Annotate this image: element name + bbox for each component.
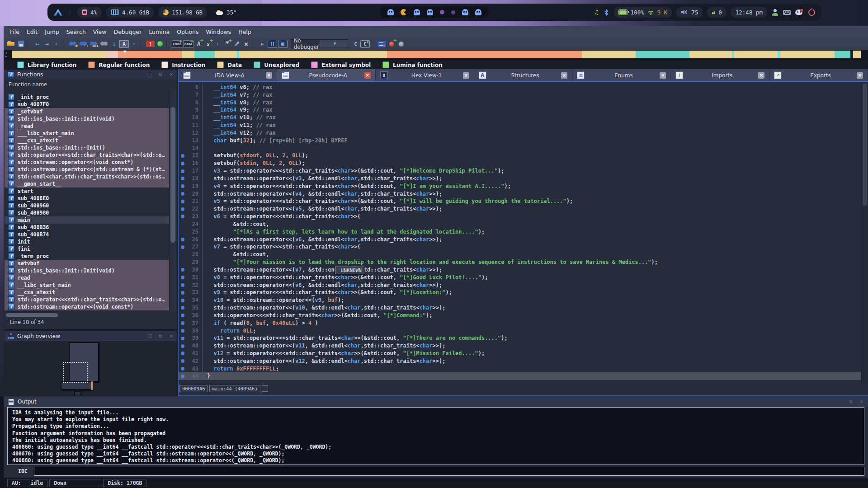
navigate-back-button[interactable]: ← xyxy=(33,40,42,48)
breakpoint-dot[interactable] xyxy=(179,327,187,335)
undefine-button[interactable]: × xyxy=(242,40,250,48)
edit-button[interactable] xyxy=(232,40,241,48)
menu-windows[interactable]: Windows xyxy=(203,27,235,37)
run-to-cursor-button[interactable]: C xyxy=(361,41,369,47)
scrollbar-thumb[interactable] xyxy=(170,107,175,243)
function-item[interactable]: fstd::endl<char,std::char_traits<char>>(… xyxy=(5,173,176,180)
function-item[interactable]: fstd::ostream::operator<<(void const*) xyxy=(5,159,176,166)
disk-widget[interactable]: 151.98 GB xyxy=(158,7,207,18)
idc-input[interactable] xyxy=(34,467,864,476)
clock-widget[interactable]: 12:48 pm xyxy=(731,7,767,18)
function-item[interactable]: f_read xyxy=(5,122,176,130)
pseudocode-view[interactable]: 6 __int64 v6; // rax7 __int64 v7; // rax… xyxy=(179,82,862,383)
breakpoint-dot[interactable] xyxy=(179,152,187,160)
float-icon[interactable]: ⧉ xyxy=(849,399,852,404)
tab-close-icon[interactable]: × xyxy=(857,72,863,79)
restore-icon[interactable]: □ xyxy=(147,72,151,77)
tab-imports[interactable]: Imports× xyxy=(671,69,769,81)
function-item[interactable]: fstd::ostream::operator<<(std::ostream &… xyxy=(5,166,176,173)
make-code-button[interactable]: CODE xyxy=(172,40,182,48)
breakpoint-dot[interactable] xyxy=(179,334,187,342)
output-log[interactable]: IDA is analysing the input file...You ma… xyxy=(7,407,864,465)
function-item[interactable]: f__libc_start_main xyxy=(5,282,176,289)
restore-icon[interactable]: □ xyxy=(147,333,151,339)
make-string-button[interactable]: A xyxy=(194,40,203,48)
function-item[interactable]: fsub_4008E0 xyxy=(5,195,176,202)
search-text-button[interactable] xyxy=(79,40,88,48)
breakpoint-dot[interactable] xyxy=(179,312,187,319)
breakpoint-dot[interactable] xyxy=(179,266,187,274)
open-file-button[interactable] xyxy=(7,40,16,48)
function-item[interactable]: fread xyxy=(5,274,176,282)
debugger-start-button[interactable]: ▶ xyxy=(258,40,267,48)
function-item[interactable]: finit xyxy=(5,238,176,245)
make-align-button[interactable]: * xyxy=(223,40,231,48)
updates-widget[interactable]: 0 xyxy=(707,7,726,18)
analysis-indicator[interactable] xyxy=(156,40,164,48)
dropdown-arrow-icon[interactable]: ▼ xyxy=(320,40,348,47)
graph-overview-canvas[interactable] xyxy=(5,341,176,395)
make-data-button[interactable]: DATA xyxy=(183,40,193,48)
function-item[interactable]: fstd::ostream::operator<<(void const*) xyxy=(5,303,176,310)
menu-file[interactable]: File xyxy=(6,27,23,37)
breakpoint-dot[interactable] xyxy=(179,365,187,373)
workspace-ghost-icon[interactable] xyxy=(387,9,394,15)
breakpoint-dot[interactable] xyxy=(179,282,187,289)
breakpoint-dot[interactable] xyxy=(179,213,187,221)
function-item[interactable]: f__gmon_start__ xyxy=(5,180,176,188)
problems-button[interactable]: ! xyxy=(146,41,155,47)
close-icon[interactable]: × xyxy=(170,72,173,77)
workspace-ghost-icon[interactable] xyxy=(475,9,481,15)
search-next-button[interactable] xyxy=(99,40,109,48)
breakpoint-dot[interactable] xyxy=(179,289,187,296)
breakpoint-dot[interactable] xyxy=(179,357,187,365)
functions-horizontal-scrollbar[interactable] xyxy=(5,312,170,318)
workspace-dot-dim-icon[interactable] xyxy=(451,10,455,14)
close-icon[interactable]: × xyxy=(170,333,173,339)
breakpoint-dot[interactable] xyxy=(179,183,187,190)
user-icon[interactable] xyxy=(772,9,778,16)
code-vertical-scrollbar[interactable] xyxy=(861,82,868,383)
tab-pseudocode-a[interactable]: Pseudocode-A× xyxy=(277,69,376,81)
output-titlebar[interactable]: Output ⧉ × xyxy=(4,396,868,407)
function-item[interactable]: f_init_proc xyxy=(5,94,176,101)
idc-label[interactable]: IDC xyxy=(7,468,28,474)
menu-search[interactable]: Search xyxy=(63,27,90,37)
workspace-pacman-icon[interactable] xyxy=(401,9,407,15)
function-item[interactable]: fstd::operator<<<std::char_traits<char>>… xyxy=(5,296,176,303)
breakpoint-dot[interactable] xyxy=(179,342,187,350)
cpu-widget[interactable]: 4% xyxy=(77,7,102,18)
function-item[interactable]: f_setvbuf xyxy=(5,108,176,115)
strings-dropdown[interactable]: ▾ xyxy=(130,40,138,48)
discord-icon[interactable] xyxy=(795,9,802,15)
add-breakpoint-button[interactable] xyxy=(387,40,396,48)
breakpoint-dot[interactable] xyxy=(179,243,187,251)
tab-close-icon[interactable]: × xyxy=(561,72,567,79)
scrollbar-thumb[interactable] xyxy=(863,84,867,206)
breakpoint-dot[interactable] xyxy=(179,160,187,167)
function-item[interactable]: f___cxa_atexit xyxy=(5,137,176,144)
workspace-ghost-icon[interactable] xyxy=(414,9,420,15)
menu-jump[interactable]: Jump xyxy=(41,27,63,37)
function-item[interactable]: ffini xyxy=(5,245,176,253)
breakpoint-dot[interactable] xyxy=(179,205,187,213)
function-item[interactable]: fsetvbuf xyxy=(5,260,176,267)
tab-close-icon[interactable]: × xyxy=(758,72,764,79)
breakpoint-dot[interactable] xyxy=(179,175,187,183)
breakpoint-dot[interactable] xyxy=(179,350,187,357)
breakpoint-dot[interactable] xyxy=(179,304,187,312)
function-item[interactable]: fstart xyxy=(5,188,176,195)
function-item[interactable]: f_term_proc xyxy=(5,253,176,260)
function-item[interactable]: fsub_400960 xyxy=(5,202,176,209)
menu-lumina[interactable]: Lumina xyxy=(145,27,173,37)
close-icon[interactable]: × xyxy=(860,399,863,404)
tab-close-icon[interactable]: × xyxy=(463,72,469,79)
tab-exports[interactable]: Exports× xyxy=(769,69,868,81)
tab-close-icon[interactable]: × xyxy=(266,72,272,79)
graph-panel-titlebar[interactable]: Graph overview □ ⧉ × xyxy=(4,331,177,341)
workspace-ghost-icon[interactable] xyxy=(462,9,468,15)
music-icon[interactable] xyxy=(594,8,599,16)
float-icon[interactable]: ⧉ xyxy=(159,72,162,77)
attach-to-process-button[interactable]: C xyxy=(351,41,360,47)
breakpoint-dot[interactable] xyxy=(179,319,187,327)
